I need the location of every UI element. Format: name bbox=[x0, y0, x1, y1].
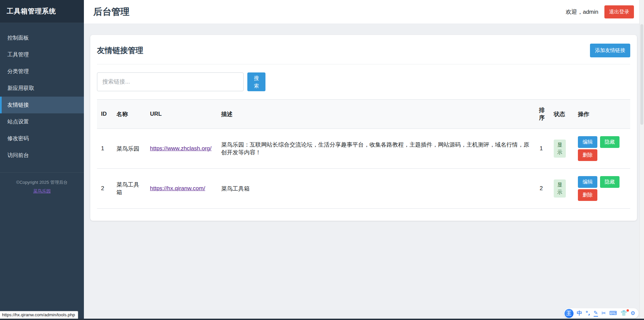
table-header: ID 名称 URL 描述 排序 状态 操作 bbox=[97, 100, 630, 129]
app-title: 工具箱管理系统 bbox=[7, 7, 56, 16]
cell-url: https://hx.qiranw.com/ bbox=[146, 169, 217, 209]
delete-button[interactable]: 删除 bbox=[578, 149, 597, 161]
sidebar-item-change-password[interactable]: 修改密码 bbox=[0, 130, 84, 147]
panel-title: 友情链接管理 bbox=[97, 45, 143, 56]
edit-button[interactable]: 编辑 bbox=[578, 136, 597, 148]
column-header-url: URL bbox=[146, 100, 217, 129]
search-bar: 搜索 bbox=[97, 72, 630, 91]
column-header-actions: 操作 bbox=[574, 100, 630, 129]
add-friend-link-button[interactable]: 添加友情链接 bbox=[590, 44, 630, 57]
sidebar-nav: 控制面板 工具管理 分类管理 新应用获取 友情链接 站点设置 修改密码 访问前台 bbox=[0, 30, 84, 164]
logout-button[interactable]: 退出登录 bbox=[604, 5, 634, 18]
footer-site-link[interactable]: 菜鸟乐园 bbox=[33, 188, 51, 194]
settings-gear-icon[interactable]: ⚙ bbox=[631, 311, 635, 316]
sidebar: 工具箱管理系统 控制面板 工具管理 分类管理 新应用获取 友情链接 站点设置 修… bbox=[0, 0, 84, 320]
copyright-text: ©Copyright 2025 管理后台 bbox=[3, 179, 81, 185]
chinese-mode-icon[interactable]: 中 bbox=[577, 311, 582, 316]
sogou-logo-icon[interactable]: 王 bbox=[564, 309, 574, 318]
cell-name: 菜鸟乐园 bbox=[112, 129, 146, 169]
hide-button[interactable]: 隐藏 bbox=[600, 136, 620, 148]
cell-status: 显示 bbox=[550, 169, 574, 209]
scrollbar-thumb[interactable] bbox=[640, 24, 643, 125]
status-badge: 显示 bbox=[554, 179, 566, 198]
sidebar-item-categories[interactable]: 分类管理 bbox=[0, 63, 84, 80]
scrollbar[interactable] bbox=[639, 0, 644, 319]
link-preview-statusbar: https://hx.qiranw.com/admin/tools.php bbox=[0, 311, 78, 319]
sidebar-item-site-settings[interactable]: 站点设置 bbox=[0, 113, 84, 130]
bottom-edge-strip bbox=[0, 319, 644, 320]
table-row: 2 菜鸟工具箱 https://hx.qiranw.com/ 菜鸟工具箱 2 显… bbox=[97, 169, 630, 209]
sidebar-item-friend-links[interactable]: 友情链接 bbox=[0, 97, 84, 113]
keyboard-icon[interactable]: ⌨ bbox=[609, 311, 617, 316]
cell-actions: 编辑 隐藏 删除 bbox=[574, 129, 630, 169]
content-area: 友情链接管理 添加友情链接 搜索 ID 名称 URL 描述 排序 状态 bbox=[84, 23, 644, 221]
cell-order: 1 bbox=[536, 129, 550, 169]
main-area: 后台管理 欢迎，admin 退出登录 友情链接管理 添加友情链接 搜索 ID 名… bbox=[84, 0, 644, 221]
edit-button[interactable]: 编辑 bbox=[578, 176, 597, 188]
skin-tshirt-icon[interactable]: 👕 bbox=[621, 311, 627, 316]
sidebar-footer: ©Copyright 2025 管理后台 菜鸟乐园 bbox=[0, 172, 84, 194]
status-badge: 显示 bbox=[554, 140, 566, 158]
sidebar-item-dashboard[interactable]: 控制面板 bbox=[0, 30, 84, 46]
column-header-description: 描述 bbox=[217, 100, 536, 129]
sidebar-item-new-apps[interactable]: 新应用获取 bbox=[0, 80, 84, 97]
column-header-order: 排序 bbox=[536, 100, 550, 129]
header-right: 欢迎，admin 退出登录 bbox=[566, 5, 634, 18]
sidebar-item-tools[interactable]: 工具管理 bbox=[0, 46, 84, 63]
friend-links-table: ID 名称 URL 描述 排序 状态 操作 1 菜鸟乐园 https:// bbox=[97, 99, 630, 209]
delete-button[interactable]: 删除 bbox=[578, 189, 597, 201]
hide-button[interactable]: 隐藏 bbox=[600, 176, 620, 188]
panel-header: 友情链接管理 添加友情链接 bbox=[97, 44, 630, 57]
cell-id: 1 bbox=[97, 129, 112, 169]
handwriting-pen-icon[interactable]: ✎ bbox=[594, 310, 598, 317]
cell-description: 菜鸟乐园：互联网站长综合交流论坛，生活分享趣事平台，收集各路教程，主题插件，网站… bbox=[217, 129, 536, 169]
column-header-status: 状态 bbox=[550, 100, 574, 129]
sidebar-item-visit-frontend[interactable]: 访问前台 bbox=[0, 147, 84, 164]
welcome-text: 欢迎，admin bbox=[566, 8, 598, 16]
cell-status: 显示 bbox=[550, 129, 574, 169]
column-header-name: 名称 bbox=[112, 100, 146, 129]
search-input[interactable] bbox=[97, 72, 244, 91]
cell-name: 菜鸟工具箱 bbox=[112, 169, 146, 209]
friend-link-url[interactable]: https://hx.qiranw.com/ bbox=[150, 185, 205, 192]
scissors-icon[interactable]: ✂ bbox=[601, 311, 606, 316]
input-method-bar: 王 中 °, ✎ ✂ ⌨ 👕 ⚙ bbox=[564, 308, 639, 318]
app-logo: 工具箱管理系统 bbox=[0, 0, 84, 23]
cell-description: 菜鸟工具箱 bbox=[217, 169, 536, 209]
notification-dot bbox=[627, 309, 629, 312]
divider bbox=[97, 64, 630, 64]
cell-order: 2 bbox=[536, 169, 550, 209]
cell-id: 2 bbox=[97, 169, 112, 209]
page-title: 后台管理 bbox=[93, 6, 130, 18]
cell-actions: 编辑 隐藏 删除 bbox=[574, 169, 630, 209]
punctuation-icon[interactable]: °, bbox=[586, 311, 590, 316]
table-row: 1 菜鸟乐园 https://www.zhclash.org/ 菜鸟乐园：互联网… bbox=[97, 129, 630, 169]
column-header-id: ID bbox=[97, 100, 112, 129]
friend-link-url[interactable]: https://www.zhclash.org/ bbox=[150, 145, 211, 152]
top-header: 后台管理 欢迎，admin 退出登录 bbox=[84, 0, 644, 23]
friend-links-panel: 友情链接管理 添加友情链接 搜索 ID 名称 URL 描述 排序 状态 bbox=[90, 35, 637, 221]
cell-url: https://www.zhclash.org/ bbox=[146, 129, 217, 169]
search-button[interactable]: 搜索 bbox=[247, 72, 265, 91]
